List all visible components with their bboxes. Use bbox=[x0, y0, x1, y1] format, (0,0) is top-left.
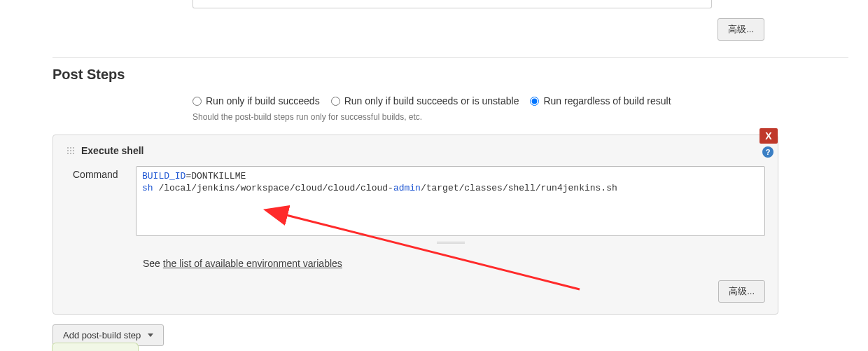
env-variables-link[interactable]: the list of available environment variab… bbox=[163, 258, 342, 269]
code-token: /target/classes/shell/run4jenkins.sh bbox=[421, 183, 617, 193]
drag-handle-icon[interactable] bbox=[66, 146, 76, 156]
code-token: admin bbox=[393, 183, 421, 193]
section-divider bbox=[52, 57, 848, 58]
radio-input-succeeds-or-unstable[interactable] bbox=[331, 97, 340, 106]
code-token: =DONTKILLME bbox=[186, 171, 246, 181]
build-step-execute-shell: X ? Execute shell Command BUILD_ID=DONTK… bbox=[52, 135, 778, 315]
radio-succeeds-only[interactable]: Run only if build succeeds bbox=[192, 95, 320, 106]
command-label: Command bbox=[73, 166, 127, 180]
command-textarea[interactable]: BUILD_ID=DONTKILLME sh /local/jenkins/wo… bbox=[136, 166, 765, 236]
chevron-down-icon bbox=[148, 333, 153, 337]
radio-input-succeeds-only[interactable] bbox=[192, 97, 202, 106]
advanced-button-top[interactable]: 高级... bbox=[718, 18, 764, 41]
bottom-tab-stub bbox=[52, 343, 139, 351]
radio-succeeds-or-unstable[interactable]: Run only if build succeeds or is unstabl… bbox=[331, 95, 519, 106]
radio-label: Run regardless of build result bbox=[543, 95, 671, 106]
code-token: BUILD_ID bbox=[142, 171, 186, 181]
code-token: sh bbox=[142, 183, 158, 193]
add-step-label: Add post-build step bbox=[63, 330, 141, 340]
radio-regardless[interactable]: Run regardless of build result bbox=[530, 95, 671, 106]
radio-label: Run only if build succeeds bbox=[206, 95, 320, 106]
delete-step-button[interactable]: X bbox=[760, 128, 778, 144]
code-token: /local/jenkins/workspace/cloud/cloud/clo… bbox=[158, 183, 393, 193]
post-step-run-condition-radios: Run only if build succeeds Run only if b… bbox=[192, 95, 848, 106]
textarea-resize-handle[interactable] bbox=[136, 236, 765, 245]
section-title-post-steps: Post Steps bbox=[52, 67, 848, 83]
step-title: Execute shell bbox=[81, 145, 144, 156]
previous-textarea-bottom bbox=[192, 0, 712, 8]
env-link-prefix: See bbox=[143, 258, 163, 269]
advanced-button-step[interactable]: 高级... bbox=[718, 280, 765, 303]
radio-hint-text: Should the post-build steps run only for… bbox=[192, 112, 848, 122]
radio-label: Run only if build succeeds or is unstabl… bbox=[344, 95, 519, 106]
help-icon[interactable]: ? bbox=[762, 146, 774, 158]
radio-input-regardless[interactable] bbox=[530, 97, 539, 106]
